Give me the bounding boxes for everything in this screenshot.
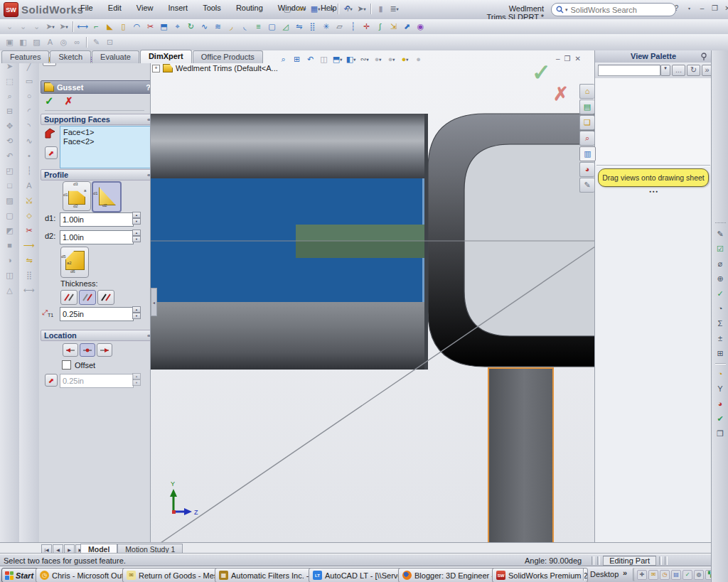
linear-sketch-pattern-icon[interactable]: ⣿ xyxy=(23,269,36,281)
curve-icon[interactable]: ∫ xyxy=(374,21,386,33)
doc-close-button[interactable]: ✕ xyxy=(575,55,585,63)
doc-minimize-button[interactable]: – xyxy=(556,55,564,63)
offset-entities-icon[interactable]: ⬦ xyxy=(23,210,36,222)
location-end-button[interactable] xyxy=(97,343,112,357)
menu-edit[interactable]: Edit xyxy=(102,2,128,14)
pm-cancel-button[interactable]: ✗ xyxy=(65,95,73,107)
gauge-icon[interactable]: ◔ xyxy=(714,368,727,380)
d1-input[interactable]: 1.00in xyxy=(60,212,134,227)
minimize-button[interactable]: – xyxy=(697,4,707,13)
check-icon[interactable]: ✓ xyxy=(714,288,727,300)
view-settings-icon[interactable]: ●▾ xyxy=(399,53,411,65)
search-input[interactable] xyxy=(569,5,656,15)
undo-icon[interactable]: ↶▾ xyxy=(342,3,354,15)
coordinate-system-icon[interactable]: ✛ xyxy=(360,21,373,33)
selected-face-2[interactable] xyxy=(296,241,424,258)
d2-spinner[interactable]: ▲▼ xyxy=(132,230,141,242)
top-tube[interactable] xyxy=(151,114,424,178)
outlook-reminder-icon[interactable]: ◷ xyxy=(660,570,670,580)
named-views-icon[interactable]: ◰ xyxy=(4,165,16,177)
appearances-icon[interactable]: ◕ xyxy=(714,398,727,410)
menu-insert[interactable]: Insert xyxy=(162,2,195,14)
solidworks-search-icon[interactable]: ⌕ xyxy=(579,131,594,146)
previous-view-icon[interactable]: ↶ xyxy=(304,53,316,65)
lasso-select-icon[interactable]: ➤▾ xyxy=(58,21,70,33)
filter-vertices-icon[interactable]: ⌄ xyxy=(4,21,16,33)
corner-rectangle-icon[interactable]: ▭ xyxy=(23,75,36,87)
filter-icon[interactable]: Y xyxy=(714,383,727,395)
solidworks-resources-icon[interactable]: ⌂ xyxy=(579,84,594,99)
linear-pattern-icon[interactable]: ⣿ xyxy=(306,21,318,33)
extend-entities-icon[interactable]: ⟶ xyxy=(23,239,36,252)
search-scope-caret-icon[interactable]: ▾ xyxy=(565,7,568,13)
circular-pattern-icon[interactable]: ✳ xyxy=(320,21,332,33)
select-icon[interactable]: ➤▾ xyxy=(355,3,368,15)
note-a-icon[interactable]: A xyxy=(44,36,56,48)
chamfer-icon[interactable]: ◟ xyxy=(239,21,251,33)
tab-model[interactable]: Model xyxy=(80,544,117,554)
tab-motion-study[interactable]: Motion Study 1 xyxy=(117,544,183,554)
hidden-lines-visible-icon[interactable]: ▨ xyxy=(4,195,16,207)
measure-icon[interactable]: ⌀ xyxy=(714,258,727,270)
trim-extend-icon[interactable]: ✂ xyxy=(144,21,156,33)
tab-office-products[interactable]: Office Products xyxy=(193,50,263,63)
design-checker-icon[interactable]: ☑ xyxy=(714,243,727,255)
confirm-ok-button[interactable]: ✓ xyxy=(532,59,551,86)
thickness-both-sides-button[interactable] xyxy=(79,290,96,305)
rotate-view-icon[interactable]: ⟲ xyxy=(4,135,16,147)
selected-face-1[interactable] xyxy=(296,225,424,241)
zoom-in-icon[interactable]: ⌕ xyxy=(4,90,16,102)
tangent-arc-icon[interactable]: ◝ xyxy=(23,120,36,132)
extrude-icon[interactable]: ⬒ xyxy=(158,21,170,33)
dimxpert-table-icon[interactable]: ⊞ xyxy=(714,347,727,360)
compare-icon[interactable]: ● xyxy=(412,53,424,65)
select-arrow-icon[interactable]: ➤▾ xyxy=(44,21,56,33)
section-view-icon[interactable]: ◫ xyxy=(318,53,330,65)
end-cap-icon[interactable]: ▯ xyxy=(117,21,129,33)
capture-icon[interactable]: ▣ xyxy=(4,36,16,48)
location-header[interactable]: Location«« xyxy=(41,330,156,341)
zoom-fit-icon[interactable]: ⌕ xyxy=(277,53,289,65)
prev-tab-button[interactable]: ◀ xyxy=(53,544,63,554)
desktop-toolbar-label[interactable]: Desktop xyxy=(590,570,619,578)
feature-tree-root[interactable]: + Wedlment Trims (Default<A... xyxy=(152,64,278,72)
copy-icon[interactable]: ❐ xyxy=(714,428,727,440)
panel-splitter-handle[interactable]: ◂ xyxy=(151,288,157,316)
thickness-second-side-button[interactable] xyxy=(97,290,114,305)
fillet-icon[interactable]: ◞ xyxy=(225,21,237,33)
chevron-more-icon[interactable]: » xyxy=(623,568,627,577)
polygon-profile-button[interactable]: d3a d1d2 xyxy=(63,181,91,211)
edit-appearance-icon[interactable]: ●▾ xyxy=(372,53,384,65)
instant3d-icon[interactable]: ⇲ xyxy=(387,21,400,33)
text-icon[interactable]: A xyxy=(23,180,36,192)
filter-faces-icon[interactable]: ⌄ xyxy=(31,21,43,33)
tab-evaluate[interactable]: Evaluate xyxy=(92,50,139,63)
hide-show-items-icon[interactable]: ∾▾ xyxy=(358,53,370,65)
options-icon[interactable]: ≣▾ xyxy=(388,3,400,15)
point-icon[interactable]: • xyxy=(23,150,36,162)
safely-remove-icon[interactable]: ✚ xyxy=(637,570,647,580)
confirm-cancel-button[interactable]: ✗ xyxy=(553,83,569,105)
previous-view-icon[interactable]: ↶ xyxy=(4,150,16,162)
section-view-icon[interactable]: ◫ xyxy=(4,269,16,281)
tree-expand-icon[interactable]: + xyxy=(152,65,160,72)
custom-properties-icon[interactable]: ✎ xyxy=(579,178,594,193)
palette-refresh-button[interactable]: ↻ xyxy=(687,65,700,76)
t1-input[interactable]: 0.25in xyxy=(60,307,134,321)
reference-plane-icon[interactable]: ▱ xyxy=(333,21,346,33)
mass-properties-icon[interactable]: ⊕ xyxy=(714,273,727,285)
palette-resize-dots[interactable]: ● ● ● xyxy=(595,189,712,193)
flip-profile-button[interactable]: ⬈ xyxy=(45,146,58,159)
wireframe-icon[interactable]: □ xyxy=(4,180,16,192)
taskbar-mail-message[interactable]: ✉Return of Goods - Mess... xyxy=(122,568,220,582)
offset-checkbox-row[interactable]: Offset xyxy=(62,360,95,370)
shell-icon[interactable]: ▢ xyxy=(266,21,278,33)
toolbar-grip[interactable] xyxy=(715,222,726,225)
spline-icon[interactable]: ∿ xyxy=(23,135,36,147)
loft-icon[interactable]: ≋ xyxy=(212,21,224,33)
menu-file[interactable]: File xyxy=(74,2,100,14)
next-tab-button[interactable]: ▶ xyxy=(64,544,75,554)
shadows-icon[interactable]: ◑ xyxy=(4,254,16,266)
texture-icon[interactable]: ▨ xyxy=(31,36,43,48)
taskbar-autocad[interactable]: LTAutoCAD LT - [\\Server2... xyxy=(309,568,403,582)
